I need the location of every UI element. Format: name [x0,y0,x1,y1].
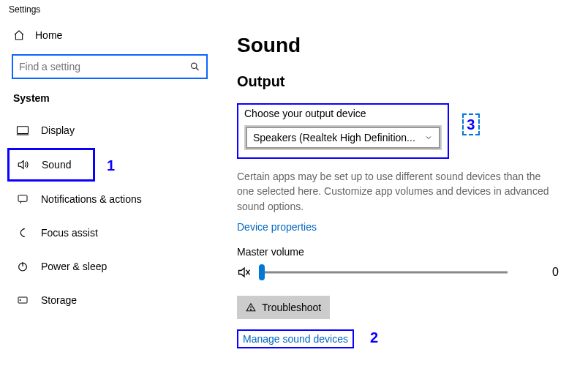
output-device-selected: Speakers (Realtek High Definition... [253,132,415,143]
sidebar-item-storage[interactable]: Storage [7,284,212,316]
warning-icon [246,302,256,313]
sidebar-item-label: Storage [41,294,77,306]
master-volume-value: 0 [515,266,559,279]
troubleshoot-button[interactable]: Troubleshoot [237,296,330,319]
output-device-block: Choose your output device Speakers (Real… [237,103,449,159]
manage-sound-devices-link[interactable]: Manage sound devices [243,333,348,345]
svg-point-8 [20,299,20,300]
svg-rect-4 [18,195,27,202]
svg-rect-2 [18,127,29,134]
slider-thumb[interactable] [259,264,265,280]
output-device-label: Choose your output device [244,108,442,119]
master-volume-label: Master volume [237,246,573,258]
sidebar-item-label: Power & sleep [41,261,107,272]
sidebar-item-focus-assist[interactable]: Focus assist [7,217,212,249]
storage-icon [16,294,29,306]
sidebar-group-system: System [7,89,212,114]
sidebar-item-label: Sound [42,159,71,171]
master-volume-slider[interactable] [259,265,508,280]
svg-point-12 [251,309,252,310]
chevron-down-icon [424,133,433,142]
annotation-2: 2 [370,329,378,346]
device-properties-link[interactable]: Device properties [237,221,573,233]
sound-icon [17,159,30,171]
sidebar-item-sound[interactable]: Sound [7,148,95,182]
slider-track [259,271,508,273]
sidebar-item-label: Focus assist [41,227,98,239]
main-content: Sound Output Choose your output device S… [219,15,588,366]
output-device-dropdown[interactable]: Speakers (Realtek High Definition... [244,125,442,150]
volume-mute-icon[interactable] [237,266,252,279]
page-title: Sound [237,34,573,57]
svg-line-1 [196,68,198,70]
annotation-1: 1 [107,157,115,174]
window-title: Settings [0,0,588,15]
sidebar-item-notifications[interactable]: Notifications & actions [7,183,212,215]
sidebar-item-label: Notifications & actions [41,193,142,205]
sidebar-item-display[interactable]: Display [7,114,212,146]
annotation-3: 3 [462,113,480,135]
nav-home-label: Home [35,29,62,41]
home-icon [13,29,25,41]
troubleshoot-label: Troubleshoot [262,302,321,313]
section-output-title: Output [237,73,573,90]
nav-home[interactable]: Home [7,22,212,48]
sidebar-item-power-sleep[interactable]: Power & sleep [7,250,212,283]
notifications-icon [16,193,29,205]
sidebar: Home System [0,15,219,366]
svg-point-0 [192,63,197,69]
display-icon [16,125,29,135]
sidebar-item-label: Display [41,124,75,136]
search-icon [189,61,200,72]
focus-assist-icon [16,227,29,239]
power-icon [16,261,29,272]
search-field[interactable] [12,54,208,79]
output-hint-text: Certain apps may be set up to use differ… [237,169,559,214]
search-input[interactable] [12,54,208,79]
